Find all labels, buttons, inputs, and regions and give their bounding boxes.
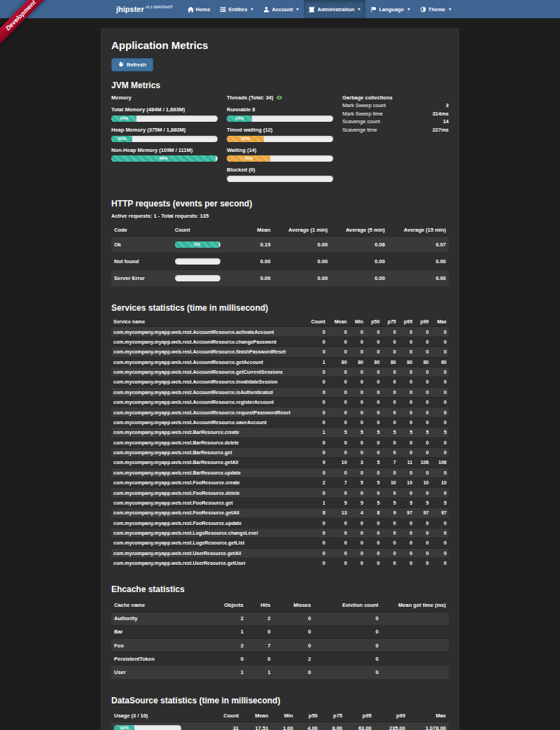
service-row: com.mycompany.myapp.web.rest.FooResource… bbox=[111, 488, 449, 498]
service-row: com.mycompany.myapp.web.rest.AccountReso… bbox=[111, 417, 449, 427]
service-row: com.mycompany.myapp.web.rest.FooResource… bbox=[111, 478, 449, 488]
brand-name: jhipster bbox=[116, 5, 144, 13]
column-header: p50 bbox=[365, 317, 382, 327]
nav-item-label: Account bbox=[272, 6, 293, 13]
service-row: com.mycompany.myapp.web.rest.AccountReso… bbox=[111, 387, 449, 397]
count-progress-bar bbox=[175, 275, 220, 281]
refresh-button[interactable]: Refresh bbox=[111, 58, 153, 71]
metrics-page: Application Metrics Refresh JVM Metrics … bbox=[101, 28, 459, 730]
thread-progress-bar: 24% bbox=[227, 115, 333, 122]
memory-label: Non-Heap Memory (109M / 111M) bbox=[111, 147, 218, 154]
column-header: Count bbox=[304, 317, 328, 327]
service-row-name: com.mycompany.myapp.web.rest.UserResourc… bbox=[111, 548, 304, 558]
service-row: com.mycompany.myapp.web.rest.AccountReso… bbox=[111, 367, 449, 377]
gc-heading: Garbage collections bbox=[342, 94, 449, 102]
http-requests-table: CodeCountMeanAverage (1 min)Average (5 m… bbox=[111, 224, 449, 286]
service-row-name: com.mycompany.myapp.web.rest.FooResource… bbox=[111, 498, 304, 507]
service-row: com.mycompany.myapp.web.rest.AccountReso… bbox=[111, 407, 449, 417]
nav-item-entities[interactable]: Entities bbox=[215, 0, 258, 18]
column-header: Mean bbox=[328, 317, 349, 327]
column-header: Mean bbox=[241, 710, 271, 722]
service-row: com.mycompany.myapp.web.rest.AccountReso… bbox=[111, 327, 449, 337]
usage-progress-bar: 30% bbox=[114, 725, 181, 730]
cache-row: Authority2200 bbox=[111, 612, 449, 625]
http-code: Server Error bbox=[111, 270, 172, 287]
column-header: Count bbox=[209, 710, 241, 722]
service-row: com.mycompany.myapp.web.rest.LogsResourc… bbox=[111, 538, 449, 548]
gc-row: Mark Sweep count3 bbox=[342, 101, 449, 110]
service-row-name: com.mycompany.myapp.web.rest.FooResource… bbox=[111, 518, 304, 528]
gc-value: 227ms bbox=[433, 126, 449, 134]
cache-row: User1100 bbox=[111, 666, 449, 679]
column-header: Usage (3 / 10) bbox=[111, 710, 209, 722]
nav-item-theme[interactable]: Theme bbox=[415, 0, 456, 18]
progress-fill: 20% bbox=[111, 136, 132, 142]
navbar: jhipsterv0.1-SNAPSHOT HomeEntitiesAccoun… bbox=[0, 0, 560, 18]
cache-row: Foo2700 bbox=[111, 638, 449, 652]
http-count: 132 bbox=[172, 237, 230, 253]
gc-value: 3 bbox=[446, 101, 449, 110]
chevron-down-icon bbox=[358, 8, 360, 10]
service-row-name: com.mycompany.myapp.web.rest.LogsResourc… bbox=[111, 538, 304, 548]
service-row-name: com.mycompany.myapp.web.rest.BarResource… bbox=[111, 437, 304, 447]
datasource-usage: 30% bbox=[111, 722, 209, 730]
cache-row-name: User bbox=[111, 666, 213, 679]
flag-icon bbox=[370, 6, 377, 13]
service-row: com.mycompany.myapp.web.rest.BarResource… bbox=[111, 447, 449, 457]
service-row: com.mycompany.myapp.web.rest.BarResource… bbox=[111, 437, 449, 447]
service-row-name: com.mycompany.myapp.web.rest.LogsResourc… bbox=[111, 528, 304, 538]
column-header: Eviction count bbox=[314, 598, 381, 612]
gc-column: Garbage collections Mark Sweep count3Mar… bbox=[342, 94, 449, 183]
thread-label: Blocked (0) bbox=[227, 167, 333, 174]
navbar-container: jhipsterv0.1-SNAPSHOT HomeEntitiesAccoun… bbox=[101, 0, 459, 18]
service-row-name: com.mycompany.myapp.web.rest.UserResourc… bbox=[111, 559, 304, 568]
nav-item-administration[interactable]: Administration bbox=[304, 0, 365, 18]
gc-label: Mark Sweep count bbox=[342, 101, 386, 110]
column-header: p75 bbox=[321, 710, 345, 722]
chevron-down-icon bbox=[251, 8, 253, 10]
column-header: p99 bbox=[414, 317, 430, 327]
service-row-name: com.mycompany.myapp.web.rest.BarResource… bbox=[111, 447, 304, 457]
service-row-name: com.mycompany.myapp.web.rest.AccountReso… bbox=[111, 417, 304, 427]
progress-fill: 30% bbox=[114, 725, 134, 730]
nav-item-home[interactable]: Home bbox=[183, 0, 216, 18]
service-row: com.mycompany.myapp.web.rest.UserResourc… bbox=[111, 548, 449, 558]
column-header: Service name bbox=[111, 317, 304, 327]
memory-heading: Memory bbox=[111, 94, 218, 102]
threads-column: Threads (Total: 34) Runnable 824%Timed w… bbox=[227, 94, 333, 183]
service-row-name: com.mycompany.myapp.web.rest.AccountReso… bbox=[111, 357, 304, 367]
http-code: Not found bbox=[111, 253, 172, 270]
service-row-name: com.mycompany.myapp.web.rest.AccountReso… bbox=[111, 327, 304, 337]
gc-row: Scavenge count14 bbox=[342, 118, 449, 126]
count-progress-bar bbox=[175, 258, 220, 265]
nav-item-account[interactable]: Account bbox=[258, 0, 304, 18]
service-row-name: com.mycompany.myapp.web.rest.AccountReso… bbox=[111, 377, 304, 387]
nav-item-label: Language bbox=[379, 6, 403, 13]
service-row-name: com.mycompany.myapp.web.rest.AccountReso… bbox=[111, 387, 304, 397]
gc-row: Scavenge time227ms bbox=[342, 126, 449, 134]
service-row: com.mycompany.myapp.web.rest.AccountReso… bbox=[111, 337, 449, 346]
cache-row-name: Authority bbox=[111, 612, 213, 625]
jvm-heading: JVM Metrics bbox=[111, 80, 449, 90]
progress-fill: 41% bbox=[227, 155, 270, 162]
nav-item-language[interactable]: Language bbox=[365, 0, 414, 18]
column-header: Code bbox=[111, 224, 172, 237]
column-header: Min bbox=[349, 317, 365, 327]
cache-row: PersistentToken0020 bbox=[111, 652, 449, 666]
column-header: p95 bbox=[398, 317, 414, 327]
chevron-down-icon bbox=[407, 8, 410, 10]
services-table: Service nameCountMeanMinp50p75p95p99Maxc… bbox=[111, 317, 449, 568]
http-row: Server Error0.000.000.000.00 bbox=[111, 270, 449, 287]
service-row-name: com.mycompany.myapp.web.rest.BarResource… bbox=[111, 458, 304, 468]
column-header: p75 bbox=[382, 317, 398, 327]
service-row-name: com.mycompany.myapp.web.rest.BarResource… bbox=[111, 428, 304, 437]
brand-link[interactable]: jhipsterv0.1-SNAPSHOT bbox=[116, 6, 173, 13]
services-heading: Services statistics (time in millisecond… bbox=[111, 303, 449, 313]
column-header: Hits bbox=[246, 598, 274, 612]
service-row: com.mycompany.myapp.web.rest.BarResource… bbox=[111, 428, 449, 437]
thread-progress-bar: 35% bbox=[227, 136, 333, 142]
column-header: Mean bbox=[230, 224, 274, 237]
cache-row: Bar1000 bbox=[111, 625, 449, 638]
service-row: com.mycompany.myapp.web.rest.BarResource… bbox=[111, 458, 449, 468]
eye-icon[interactable] bbox=[276, 94, 283, 101]
